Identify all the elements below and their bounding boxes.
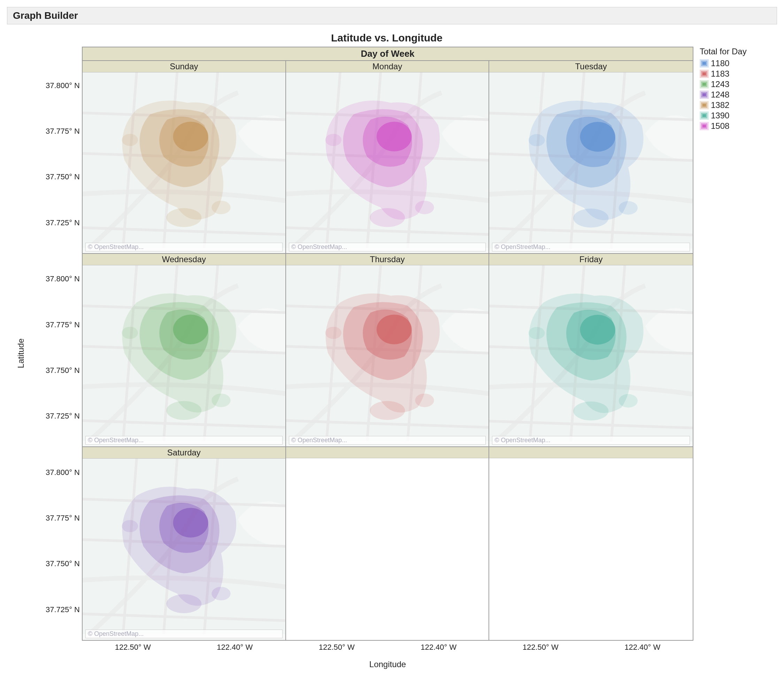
svg-point-5 bbox=[370, 208, 405, 227]
facet-cell[interactable]: Monday © OpenStreetMap... bbox=[286, 61, 489, 254]
legend-item[interactable]: 1382 bbox=[700, 100, 763, 110]
legend-swatch bbox=[700, 80, 709, 88]
facet-cell[interactable]: Wednesday © OpenStreetMap... bbox=[83, 254, 286, 447]
svg-point-26 bbox=[212, 587, 230, 600]
legend-swatch bbox=[700, 101, 709, 110]
svg-rect-36 bbox=[702, 83, 706, 86]
legend-item-label: 1243 bbox=[711, 80, 729, 89]
facet-map[interactable]: © OpenStreetMap... bbox=[83, 458, 285, 640]
legend-item-label: 1390 bbox=[711, 111, 729, 120]
facet-label: Saturday bbox=[83, 447, 285, 458]
facet-map[interactable]: © OpenStreetMap... bbox=[83, 72, 285, 253]
legend-item[interactable]: 1183 bbox=[700, 69, 763, 79]
legend-title: Total for Day bbox=[700, 47, 763, 56]
svg-point-20 bbox=[580, 315, 615, 345]
svg-point-12 bbox=[173, 315, 209, 344]
legend-swatch bbox=[700, 70, 709, 78]
chart-title: Latitude vs. Longitude bbox=[11, 32, 763, 44]
facet-cell[interactable]: Sunday © OpenStreetMap... bbox=[83, 61, 286, 254]
facet-map[interactable]: © OpenStreetMap... bbox=[83, 265, 285, 446]
svg-point-7 bbox=[325, 134, 342, 146]
svg-point-0 bbox=[173, 122, 209, 152]
svg-rect-48 bbox=[702, 125, 706, 127]
facet-grid[interactable]: Day of Week Sunday © OpenStreetMap...Mon… bbox=[82, 47, 693, 641]
legend-swatch bbox=[700, 122, 709, 130]
facet-map[interactable]: © OpenStreetMap... bbox=[489, 265, 693, 446]
y-axis-label: Latitude bbox=[11, 47, 31, 660]
legend-item[interactable]: 1508 bbox=[700, 121, 763, 131]
wrap-variable-header: Day of Week bbox=[83, 47, 693, 61]
svg-rect-42 bbox=[702, 104, 706, 106]
svg-point-22 bbox=[619, 394, 638, 408]
svg-point-1 bbox=[166, 208, 201, 227]
svg-point-2 bbox=[212, 200, 230, 214]
svg-rect-39 bbox=[702, 93, 706, 96]
legend-item-label: 1508 bbox=[711, 121, 729, 131]
svg-point-14 bbox=[212, 394, 230, 407]
legend-item[interactable]: 1390 bbox=[700, 111, 763, 120]
svg-point-9 bbox=[574, 208, 609, 227]
svg-point-25 bbox=[166, 595, 201, 613]
svg-point-13 bbox=[166, 401, 201, 420]
facet-label: Thursday bbox=[286, 254, 489, 265]
svg-point-8 bbox=[580, 122, 615, 152]
map-attribution: © OpenStreetMap... bbox=[85, 436, 282, 445]
svg-point-17 bbox=[370, 401, 405, 420]
legend: Total for Day 11801183124312481382139015… bbox=[693, 47, 763, 641]
chart-container: Latitude vs. Longitude Latitude 37.800° … bbox=[7, 24, 777, 679]
legend-swatch bbox=[700, 59, 709, 67]
svg-point-3 bbox=[122, 134, 138, 146]
facet-map[interactable] bbox=[286, 458, 489, 640]
legend-item-label: 1183 bbox=[711, 69, 729, 79]
legend-swatch bbox=[700, 91, 709, 99]
legend-item[interactable]: 1180 bbox=[700, 58, 763, 68]
facet-cell[interactable] bbox=[489, 447, 693, 640]
svg-point-4 bbox=[376, 122, 411, 152]
facet-map[interactable]: © OpenStreetMap... bbox=[286, 72, 489, 253]
legend-item-label: 1180 bbox=[711, 58, 729, 68]
svg-point-15 bbox=[122, 327, 138, 339]
facet-label: Wednesday bbox=[83, 254, 285, 265]
svg-point-16 bbox=[376, 315, 411, 344]
svg-point-21 bbox=[574, 402, 609, 421]
svg-point-6 bbox=[415, 200, 434, 214]
facet-label bbox=[489, 447, 693, 458]
facet-label: Friday bbox=[489, 254, 693, 265]
map-attribution: © OpenStreetMap... bbox=[85, 630, 282, 638]
y-axis-ticks: 37.800° N 37.775° N 37.750° N 37.725° N … bbox=[31, 47, 82, 641]
facet-map[interactable]: © OpenStreetMap... bbox=[489, 72, 693, 253]
svg-point-10 bbox=[619, 201, 638, 215]
svg-rect-45 bbox=[702, 114, 706, 117]
facet-label: Sunday bbox=[83, 61, 285, 72]
map-attribution: © OpenStreetMap... bbox=[492, 243, 690, 251]
svg-point-27 bbox=[122, 520, 138, 532]
svg-point-23 bbox=[528, 327, 545, 340]
svg-point-11 bbox=[528, 134, 545, 146]
x-axis-ticks: 122.50° W122.40° W 122.50° W122.40° W 12… bbox=[82, 641, 693, 660]
facet-cell[interactable]: Tuesday © OpenStreetMap... bbox=[489, 61, 693, 254]
legend-item-label: 1382 bbox=[711, 100, 729, 110]
facet-cell[interactable] bbox=[286, 447, 489, 640]
svg-rect-30 bbox=[702, 62, 706, 65]
legend-item[interactable]: 1243 bbox=[700, 80, 763, 89]
x-axis-label: Longitude bbox=[82, 660, 693, 677]
facet-label: Tuesday bbox=[489, 61, 693, 72]
map-attribution: © OpenStreetMap... bbox=[289, 436, 486, 445]
legend-item-label: 1248 bbox=[711, 90, 729, 100]
legend-item[interactable]: 1248 bbox=[700, 90, 763, 100]
facet-cell[interactable]: Thursday © OpenStreetMap... bbox=[286, 254, 489, 447]
svg-point-24 bbox=[173, 508, 209, 537]
map-attribution: © OpenStreetMap... bbox=[289, 243, 486, 251]
map-attribution: © OpenStreetMap... bbox=[492, 436, 690, 445]
svg-point-18 bbox=[415, 394, 434, 407]
facet-cell[interactable]: Saturday © OpenStreetMap... bbox=[83, 447, 286, 640]
svg-point-19 bbox=[325, 327, 342, 339]
facet-label: Monday bbox=[286, 61, 489, 72]
facet-map[interactable] bbox=[489, 458, 693, 640]
facet-cell[interactable]: Friday © OpenStreetMap... bbox=[489, 254, 693, 447]
svg-rect-33 bbox=[702, 72, 706, 75]
panel-title: Graph Builder bbox=[7, 7, 777, 24]
map-attribution: © OpenStreetMap... bbox=[85, 243, 282, 251]
facet-map[interactable]: © OpenStreetMap... bbox=[286, 265, 489, 446]
facet-label bbox=[286, 447, 489, 458]
